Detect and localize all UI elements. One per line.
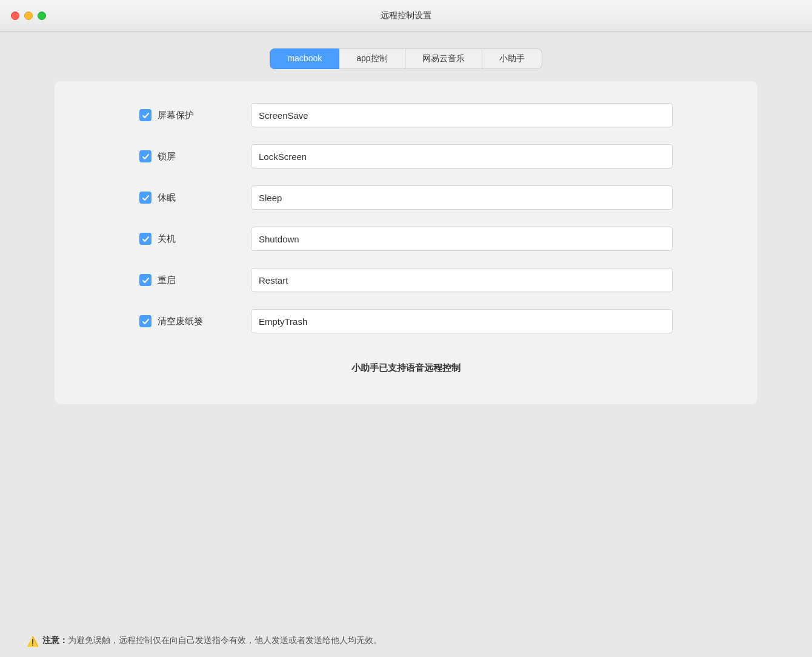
input-sleep[interactable]	[251, 185, 673, 210]
label-shutdown: 关机	[158, 233, 176, 245]
close-button[interactable]	[11, 12, 19, 20]
label-sleep: 休眠	[158, 192, 176, 204]
checkbox-label-shutdown: 关机	[139, 233, 236, 245]
label-screensave: 屏幕保护	[158, 110, 194, 121]
titlebar: 远程控制设置	[0, 0, 812, 32]
checkbox-emptytrash[interactable]	[139, 315, 151, 327]
row-shutdown: 关机	[139, 227, 673, 251]
tab-assistant[interactable]: 小助手	[482, 48, 542, 69]
row-lockscreen: 锁屏	[139, 144, 673, 168]
notice-bold: 注意：	[42, 635, 68, 645]
row-screensave: 屏幕保护	[139, 103, 673, 127]
row-restart: 重启	[139, 268, 673, 292]
tab-app-control[interactable]: app控制	[339, 48, 405, 69]
tab-macbook[interactable]: macbook	[270, 48, 339, 69]
main-content: macbook app控制 网易云音乐 小助手 屏幕保护	[0, 32, 812, 657]
window-title: 远程控制设置	[381, 10, 431, 21]
checkbox-label-sleep: 休眠	[139, 192, 236, 204]
input-shutdown[interactable]	[251, 227, 673, 251]
tab-bar: macbook app控制 网易云音乐 小助手	[270, 48, 542, 69]
bottom-notice: ⚠️ 注意：为避免误触，远程控制仅在向自己发送指令有效，他人发送或者发送给他人均…	[12, 625, 800, 657]
row-sleep: 休眠	[139, 185, 673, 210]
maximize-button[interactable]	[38, 12, 46, 20]
checkbox-label-emptytrash: 清空废纸篓	[139, 315, 236, 327]
checkbox-shutdown[interactable]	[139, 233, 151, 245]
checkbox-label-lockscreen: 锁屏	[139, 150, 236, 162]
label-restart: 重启	[158, 275, 176, 286]
settings-panel: 屏幕保护 锁屏	[55, 81, 757, 404]
minimize-button[interactable]	[24, 12, 33, 20]
input-restart[interactable]	[251, 268, 673, 292]
label-lockscreen: 锁屏	[158, 151, 176, 162]
input-screensave[interactable]	[251, 103, 673, 127]
label-emptytrash: 清空废纸篓	[158, 316, 203, 327]
window-controls	[11, 12, 46, 20]
checkbox-restart[interactable]	[139, 274, 151, 286]
warning-icon: ⚠️	[27, 636, 39, 647]
tab-netease-music[interactable]: 网易云音乐	[405, 48, 482, 69]
checkbox-lockscreen[interactable]	[139, 150, 151, 162]
voice-note: 小助手已支持语音远程控制	[139, 356, 673, 380]
input-lockscreen[interactable]	[251, 144, 673, 168]
checkbox-screensave[interactable]	[139, 109, 151, 121]
checkbox-sleep[interactable]	[139, 192, 151, 204]
notice-text: 注意：为避免误触，远程控制仅在向自己发送指令有效，他人发送或者发送给他人均无效。	[42, 635, 382, 646]
input-emptytrash[interactable]	[251, 309, 673, 333]
notice-body: 为避免误触，远程控制仅在向自己发送指令有效，他人发送或者发送给他人均无效。	[68, 635, 382, 645]
row-emptytrash: 清空废纸篓	[139, 309, 673, 333]
checkbox-label-screensave: 屏幕保护	[139, 109, 236, 121]
checkbox-label-restart: 重启	[139, 274, 236, 286]
